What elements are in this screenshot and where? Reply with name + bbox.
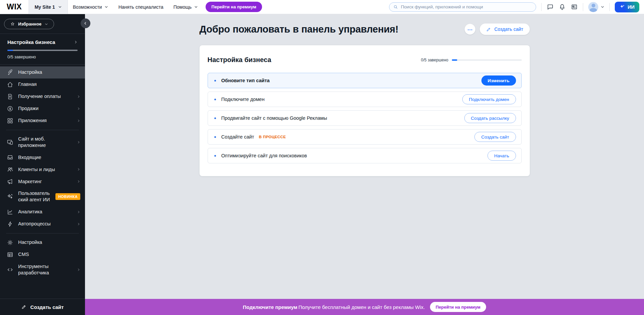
- ai-button-label: ИИ: [628, 4, 635, 10]
- sidebar-item-label: Входящие: [18, 154, 80, 161]
- task-action-button[interactable]: Создать рассылку: [464, 113, 516, 123]
- sidebar-item-home[interactable]: Главная: [0, 78, 85, 91]
- sidebar-item-automations[interactable]: Автопроцессы: [0, 218, 85, 230]
- sidebar-item-label: Приложения: [18, 117, 72, 124]
- sidebar-item-ai-agent[interactable]: Пользовательский агент ИИНОВИНКА: [0, 188, 85, 206]
- chevron-right-icon: [77, 180, 80, 183]
- search-icon: [393, 4, 398, 9]
- task-label: Оптимизируйте сайт для поисковиков: [221, 153, 307, 158]
- task-row[interactable]: Продвигайте сайт с помощью Google Реклам…: [208, 110, 522, 126]
- upgrade-premium-button[interactable]: Перейти на премиум: [206, 2, 262, 12]
- sidebar-item-payments[interactable]: Получение оплаты: [0, 91, 85, 103]
- sidebar-item-label: Автопроцессы: [18, 221, 72, 227]
- card-header: Настройка бизнеса 0/5 завершено: [208, 53, 522, 73]
- task-bullet: [214, 80, 216, 82]
- chevron-right-icon: [77, 107, 80, 110]
- sidebar-item-marketing[interactable]: Маркетинг: [0, 175, 85, 188]
- task-row[interactable]: Обновите тип сайтаИзменить: [208, 73, 522, 88]
- code-icon: [7, 266, 13, 273]
- sidebar-divider: [6, 130, 79, 130]
- search-box[interactable]: [389, 2, 536, 12]
- sidebar-create-site-button[interactable]: Создать сайт: [0, 299, 85, 315]
- menu-item-hire-professional[interactable]: Нанять специалиста: [113, 0, 168, 14]
- lightning-icon: [7, 221, 13, 227]
- sidebar-item-label: Главная: [18, 81, 80, 88]
- task-action-button[interactable]: Изменить: [481, 75, 516, 86]
- business-setup-card: Настройка бизнеса 0/5 завершено Обновите…: [200, 45, 530, 176]
- chevron-right-icon: [74, 40, 78, 44]
- task-row[interactable]: Подключите доменПодключить домен: [208, 92, 522, 107]
- sidebar-item-apps[interactable]: Приложения: [0, 115, 85, 127]
- site-menu[interactable]: My Site 1: [29, 0, 68, 14]
- banner-premium-button[interactable]: Перейти на премиум: [430, 302, 486, 312]
- sidebar-item-settings[interactable]: Настройка: [0, 237, 85, 249]
- sidebar-divider: [6, 233, 79, 233]
- task-bullet: [214, 136, 216, 138]
- favorites-button[interactable]: Избранное: [4, 19, 54, 29]
- topbar-right: ИИ: [389, 2, 644, 12]
- notifications-bell-icon[interactable]: [559, 3, 566, 10]
- chevron-right-icon: [77, 168, 80, 171]
- task-bullet: [214, 155, 216, 157]
- business-setup-link[interactable]: Настройка бизнеса: [7, 39, 78, 45]
- sidebar-collapse-button[interactable]: [81, 18, 90, 28]
- invoice-icon: [7, 93, 13, 100]
- task-status-badge: В ПРОЦЕССЕ: [259, 135, 286, 139]
- megaphone-icon: [7, 178, 13, 185]
- pencil-icon: [21, 304, 27, 310]
- page-header: Добро пожаловать в панель управления! ..…: [200, 23, 530, 35]
- chevron-right-icon: [77, 210, 80, 214]
- gear-icon: [7, 239, 13, 246]
- news-icon[interactable]: [571, 3, 578, 10]
- card-progress-bar: [452, 59, 522, 61]
- chevron-down-icon: [194, 5, 198, 9]
- task-action-button[interactable]: Создать сайт: [474, 132, 516, 142]
- divider: [609, 3, 610, 11]
- sidebar-item-dev-tools[interactable]: Инструменты разработчика: [0, 261, 85, 279]
- chevron-right-icon: [77, 119, 80, 122]
- favorites-label: Избранное: [18, 21, 42, 27]
- search-input[interactable]: [401, 4, 532, 9]
- task-list: Обновите тип сайтаИзменитьПодключите дом…: [208, 73, 522, 163]
- sidebar-item-label: Получение оплаты: [18, 93, 72, 100]
- sidebar-menu: НастройкаГлавнаяПолучение оплатыПродажиП…: [0, 65, 85, 299]
- chat-icon[interactable]: [547, 3, 554, 10]
- business-setup-title: Настройка бизнеса: [7, 39, 55, 45]
- chevron-down-icon: [45, 22, 48, 26]
- chevron-left-icon: [84, 21, 87, 25]
- ai-sparkle-icon: [7, 193, 13, 200]
- sidebar-item-label: Сайт и моб. приложение: [18, 136, 72, 149]
- create-site-label: Создать сайт: [30, 304, 63, 310]
- sidebar-item-contacts[interactable]: Клиенты и лиды: [0, 163, 85, 175]
- task-action-button[interactable]: Начать: [487, 151, 516, 161]
- sidebar-item-sales[interactable]: Продажи: [0, 103, 85, 115]
- task-label: Продвигайте сайт с помощью Google Реклам…: [221, 115, 327, 121]
- menu-item-features[interactable]: Возможности: [68, 0, 114, 14]
- sidebar-item-analytics[interactable]: Аналитика: [0, 206, 85, 218]
- sidebar-item-label: Продажи: [18, 105, 72, 112]
- task-label: Обновите тип сайта: [221, 78, 270, 83]
- page-title: Добро пожаловать в панель управления!: [200, 24, 399, 35]
- task-row[interactable]: Создайте сайтВ ПРОЦЕССЕСоздать сайт: [208, 129, 522, 145]
- chevron-down-icon: [104, 5, 108, 9]
- divider: [583, 3, 583, 11]
- menu-item-help[interactable]: Помощь: [168, 0, 203, 14]
- more-actions-button[interactable]: ...: [465, 24, 475, 35]
- card-progress-label: 0/5 завершено: [421, 58, 448, 62]
- people-icon: [7, 166, 13, 173]
- sidebar-item-label: Аналитика: [18, 209, 72, 215]
- sidebar-item-site-mobile[interactable]: Сайт и моб. приложение: [0, 133, 85, 151]
- main-area: Добро пожаловать в панель управления! ..…: [85, 14, 644, 315]
- task-action-button[interactable]: Подключить домен: [462, 94, 516, 104]
- topbar-menu: Возможности Нанять специалиста Помощь: [68, 0, 203, 14]
- create-site-button[interactable]: Создать сайт: [480, 23, 529, 35]
- chevron-down-icon: [601, 5, 604, 9]
- task-row[interactable]: Оптимизируйте сайт для поисковиковНачать: [208, 148, 522, 163]
- account-menu[interactable]: [588, 2, 604, 12]
- sidebar-item-cms[interactable]: CMS: [0, 249, 85, 261]
- favorites-row: Избранное: [0, 14, 85, 34]
- sidebar-item-inbox[interactable]: Входящие: [0, 151, 85, 163]
- site-menu-label: My Site 1: [35, 4, 55, 10]
- sidebar-item-setup[interactable]: Настройка: [0, 66, 85, 78]
- ai-assistant-button[interactable]: ИИ: [615, 2, 639, 12]
